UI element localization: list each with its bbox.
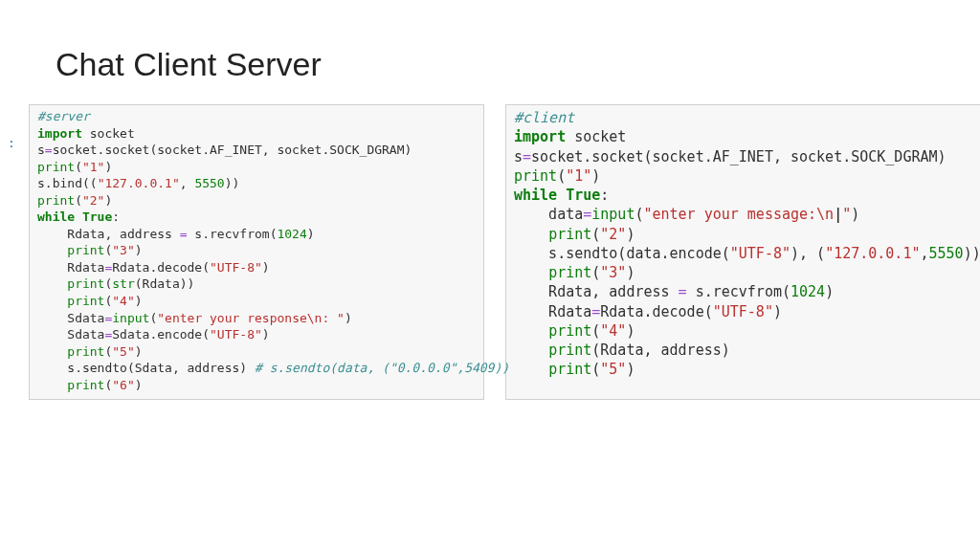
input-prompt-marker: :	[8, 136, 15, 150]
code-line: #server	[37, 109, 90, 123]
server-code-block: #server import socket s=socket.socket(so…	[29, 104, 484, 400]
client-code-block: #client import socket s=socket.socket(so…	[505, 104, 980, 400]
code-panes: : #server import socket s=socket.socket(…	[0, 99, 980, 400]
page-title: Chat Client Server	[0, 0, 980, 99]
code-line: import	[37, 126, 82, 141]
code-line: #client	[514, 109, 574, 126]
